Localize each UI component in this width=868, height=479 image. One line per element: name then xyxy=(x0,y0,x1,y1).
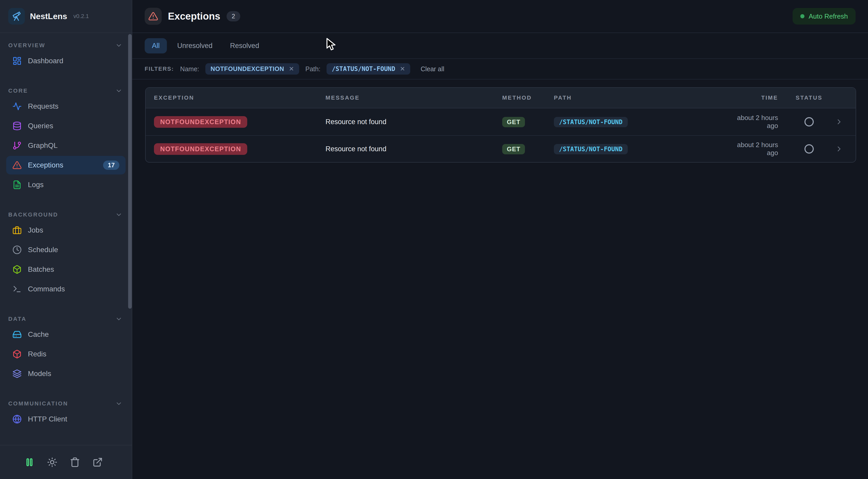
filter-chip-name[interactable]: NOTFOUNDEXCEPTION ✕ xyxy=(206,63,299,75)
git-branch-icon xyxy=(12,141,22,150)
tabs-row: All Unresolved Resolved xyxy=(132,33,868,59)
trash-icon xyxy=(70,457,80,467)
path-cell: /STATUS/NOT-FOUND xyxy=(554,117,735,127)
sidebar-item-label: Commands xyxy=(28,285,65,293)
path-chip: /STATUS/NOT-FOUND xyxy=(554,117,628,127)
section-core: CORE Requests Queries xyxy=(6,84,126,194)
box-icon xyxy=(12,349,22,359)
sidebar-item-logs[interactable]: Logs xyxy=(6,175,126,194)
sidebar-item-graphql[interactable]: GraphQL xyxy=(6,136,126,155)
section-label: CORE xyxy=(8,88,28,94)
package-icon xyxy=(12,265,22,274)
sidebar-item-redis[interactable]: Redis xyxy=(6,345,126,364)
table-row[interactable]: NOTFOUNDEXCEPTION Resource not found GET… xyxy=(146,108,856,135)
database-icon xyxy=(12,121,22,131)
exceptions-table: EXCEPTION MESSAGE METHOD PATH TIME STATU… xyxy=(145,87,856,163)
sidebar-item-batches[interactable]: Batches xyxy=(6,260,126,279)
sidebar-item-label: Cache xyxy=(28,330,49,339)
section-label: DATA xyxy=(8,316,27,322)
tab-all[interactable]: All xyxy=(145,38,167,54)
sidebar-item-commands[interactable]: Commands xyxy=(6,280,126,298)
exception-cell: NOTFOUNDEXCEPTION xyxy=(154,143,326,155)
alert-triangle-icon xyxy=(12,161,22,170)
table-row[interactable]: NOTFOUNDEXCEPTION Resource not found GET… xyxy=(146,135,856,162)
column-header-status: STATUS xyxy=(788,95,830,101)
external-link-icon xyxy=(92,457,103,467)
column-header-path: PATH xyxy=(554,95,735,101)
status-cell xyxy=(788,117,830,127)
alert-triangle-icon xyxy=(145,8,162,25)
clear-all-filters-button[interactable]: Clear all xyxy=(421,65,444,73)
section-header-core[interactable]: CORE xyxy=(6,84,126,97)
sidebar-item-label: GraphQL xyxy=(28,141,58,150)
telescope-logo-icon xyxy=(8,8,25,25)
tab-unresolved[interactable]: Unresolved xyxy=(170,38,220,54)
sidebar-item-cache[interactable]: Cache xyxy=(6,325,126,344)
sidebar-item-exceptions[interactable]: Exceptions 17 xyxy=(6,156,126,174)
filter-path-value: /STATUS/NOT-FOUND xyxy=(332,65,395,72)
layers-icon xyxy=(12,369,22,378)
page-header: Exceptions 2 Auto Refresh xyxy=(132,0,868,33)
section-header-background[interactable]: BACKGROUND xyxy=(6,208,126,221)
sidebar-item-label: Dashboard xyxy=(28,57,63,65)
clear-data-button[interactable] xyxy=(66,453,84,471)
sidebar-item-queries[interactable]: Queries xyxy=(6,117,126,135)
sidebar-item-label: Logs xyxy=(28,181,44,189)
resolve-toggle-button[interactable] xyxy=(804,144,814,153)
section-data: DATA Cache Redis xyxy=(6,313,126,383)
sidebar-item-requests[interactable]: Requests xyxy=(6,97,126,115)
sidebar-footer xyxy=(0,445,132,479)
chevron-right-icon[interactable] xyxy=(830,118,848,126)
sidebar-item-label: Jobs xyxy=(28,226,43,234)
pause-button[interactable] xyxy=(21,453,38,471)
section-header-communication[interactable]: COMMUNICATION xyxy=(6,398,126,410)
app-logo-row: NestLens v0.2.1 xyxy=(0,0,132,33)
resolve-toggle-button[interactable] xyxy=(804,117,814,127)
filters-label: FILTERS: xyxy=(145,66,174,72)
auto-refresh-button[interactable]: Auto Refresh xyxy=(793,8,856,25)
sidebar-item-http-client[interactable]: HTTP Client xyxy=(6,410,126,429)
filter-chip-path[interactable]: /STATUS/NOT-FOUND ✕ xyxy=(327,63,410,75)
sidebar-item-dashboard[interactable]: Dashboard xyxy=(6,52,126,70)
filters-row: FILTERS: Name: NOTFOUNDEXCEPTION ✕ Path:… xyxy=(132,59,868,79)
column-header-exception: EXCEPTION xyxy=(154,95,326,101)
section-header-data[interactable]: DATA xyxy=(6,313,126,325)
remove-filter-icon[interactable]: ✕ xyxy=(400,66,405,72)
sidebar-item-models[interactable]: Models xyxy=(6,365,126,383)
sidebar: NestLens v0.2.1 OVERVIEW Dashboard xyxy=(0,0,132,479)
app-version: v0.2.1 xyxy=(73,13,89,20)
exception-cell: NOTFOUNDEXCEPTION xyxy=(154,116,326,128)
hard-drive-icon xyxy=(12,330,22,339)
sidebar-item-label: Exceptions xyxy=(28,161,63,169)
tab-resolved[interactable]: Resolved xyxy=(223,38,267,54)
sidebar-item-schedule[interactable]: Schedule xyxy=(6,241,126,259)
chevron-down-icon xyxy=(115,211,122,218)
filter-name-value: NOTFOUNDEXCEPTION xyxy=(211,65,284,72)
terminal-icon xyxy=(12,284,22,294)
sidebar-item-label: Requests xyxy=(28,102,58,110)
sidebar-item-jobs[interactable]: Jobs xyxy=(6,221,126,240)
theme-toggle-button[interactable] xyxy=(43,453,61,471)
column-header-method: METHOD xyxy=(502,95,554,101)
sidebar-item-label: Redis xyxy=(28,350,46,358)
time-cell: about 2 hours ago xyxy=(735,141,788,157)
auto-refresh-label: Auto Refresh xyxy=(809,12,848,21)
sidebar-scrollbar[interactable] xyxy=(128,34,132,309)
sidebar-item-label: Models xyxy=(28,370,51,378)
globe-icon xyxy=(12,414,22,424)
chevron-right-icon[interactable] xyxy=(830,145,848,153)
section-header-overview[interactable]: OVERVIEW xyxy=(6,39,126,52)
column-header-time: TIME xyxy=(735,95,788,101)
message-cell: Resource not found xyxy=(326,145,502,153)
pause-icon xyxy=(24,457,35,467)
open-external-button[interactable] xyxy=(89,453,106,471)
sidebar-nav: OVERVIEW Dashboard CORE xyxy=(0,33,132,445)
remove-filter-icon[interactable]: ✕ xyxy=(289,66,294,72)
section-communication: COMMUNICATION HTTP Client xyxy=(6,398,126,429)
sidebar-item-label: Queries xyxy=(28,122,53,130)
section-label: BACKGROUND xyxy=(8,211,58,218)
path-chip: /STATUS/NOT-FOUND xyxy=(554,144,628,154)
sidebar-item-label: Batches xyxy=(28,265,54,274)
status-cell xyxy=(788,144,830,153)
activity-icon xyxy=(12,102,22,111)
